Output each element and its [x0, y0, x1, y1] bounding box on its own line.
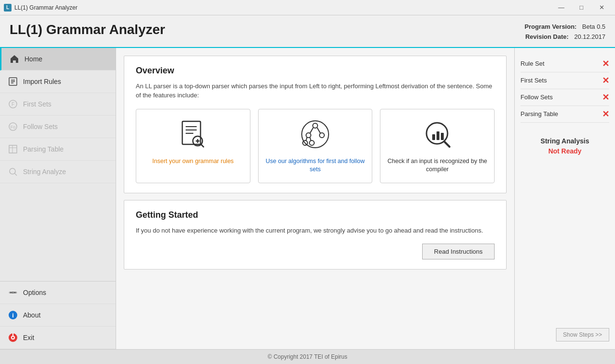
- sidebar-follow-sets-label: Follow Sets: [23, 123, 58, 130]
- status-rule-set-label: Rule Set: [520, 60, 544, 67]
- string-analysis-section: String Analysis Not Ready: [520, 137, 609, 155]
- app-title: LL(1) Grammar Analyzer: [10, 22, 165, 37]
- check-input-icon: [421, 118, 454, 152]
- string-analysis-status: Not Ready: [548, 147, 581, 155]
- status-parsing-table-label: Parsing Table: [520, 110, 558, 117]
- show-steps-button[interactable]: Show Steps >>: [556, 328, 609, 341]
- svg-point-35: [309, 141, 314, 145]
- sidebar-bottom: Options i About: [0, 281, 116, 349]
- svg-point-14: [10, 292, 12, 294]
- sidebar-parsing-table-label: Parsing Table: [23, 145, 64, 153]
- home-icon: [9, 54, 20, 64]
- read-instructions-button[interactable]: Read Instructions: [422, 244, 495, 259]
- insert-grammar-icon: [176, 118, 210, 152]
- parsing-table-icon: [8, 144, 18, 154]
- algorithms-icon: [298, 118, 332, 152]
- sidebar-about-label: About: [23, 311, 41, 319]
- svg-rect-21: [12, 333, 13, 336]
- minimize-button[interactable]: —: [552, 1, 571, 14]
- getting-started-desc: If you do not have experience working wi…: [136, 226, 495, 235]
- svg-rect-42: [437, 131, 439, 140]
- status-follow-sets-icon: ✕: [602, 92, 609, 103]
- sidebar-exit-label: Exit: [23, 334, 34, 341]
- card-check-label: Check if an input is recognized by the c…: [387, 157, 487, 174]
- card-insert-label: Insert your own grammar rules: [153, 157, 234, 166]
- options-icon: [8, 287, 18, 298]
- svg-point-20: [12, 337, 14, 339]
- version-value: Beta 0.5: [582, 23, 605, 30]
- sidebar-item-follow-sets: Fo Follow Sets: [0, 116, 116, 138]
- overview-description: An LL parser is a top-down parser which …: [136, 82, 495, 100]
- revision-label: Revision Date:: [525, 33, 568, 40]
- sidebar-item-string-analyze: String Analyze: [0, 161, 116, 183]
- version-label: Program Version:: [525, 23, 577, 30]
- sidebar-item-first-sets: F First Sets: [0, 93, 116, 116]
- status-first-sets: First Sets ✕: [520, 72, 609, 89]
- svg-point-31: [313, 123, 318, 128]
- card-algorithms[interactable]: Use our algorithms for first and follow …: [258, 109, 373, 183]
- follow-sets-icon: Fo: [8, 121, 18, 132]
- card-check-input[interactable]: Check if an input is recognized by the c…: [380, 109, 495, 183]
- svg-text:i: i: [12, 312, 14, 319]
- main-layout: Home Import Rules: [0, 48, 615, 349]
- svg-rect-43: [441, 133, 444, 140]
- title-bar: L LL(1) Grammar Analyzer — □ ✕: [0, 0, 615, 15]
- title-bar-text: LL(1) Grammar Analyzer: [14, 4, 77, 11]
- status-follow-sets: Follow Sets ✕: [520, 89, 609, 106]
- sidebar-string-analyze-label: String Analyze: [23, 168, 66, 176]
- title-bar-left: L LL(1) Grammar Analyzer: [4, 4, 77, 12]
- first-sets-icon: F: [8, 99, 18, 109]
- right-panel: Rule Set ✕ First Sets ✕ Follow Sets ✕ Pa…: [514, 48, 615, 349]
- sidebar-item-home[interactable]: Home: [0, 48, 116, 70]
- getting-started-title: Getting Started: [136, 210, 495, 220]
- maximize-button[interactable]: □: [572, 1, 591, 14]
- sidebar-item-exit[interactable]: Exit: [0, 327, 116, 349]
- svg-point-32: [306, 133, 311, 138]
- status-first-sets-icon: ✕: [602, 75, 609, 86]
- version-row: Program Version: Beta 0.5: [525, 22, 605, 32]
- exit-icon: [8, 332, 18, 343]
- sidebar-home-label: Home: [24, 55, 42, 63]
- card-algorithms-label: Use our algorithms for first and follow …: [265, 157, 366, 174]
- svg-rect-41: [432, 134, 435, 140]
- status-follow-sets-label: Follow Sets: [520, 94, 553, 101]
- svg-point-11: [10, 168, 15, 174]
- sidebar-item-about[interactable]: i About: [0, 304, 116, 327]
- overview-panel: Overview An LL parser is a top-down pars…: [124, 56, 507, 193]
- status-rule-set: Rule Set ✕: [520, 56, 609, 72]
- content-area: Overview An LL parser is a top-down pars…: [116, 48, 514, 349]
- status-parsing-table-icon: ✕: [602, 109, 609, 119]
- sidebar-item-options[interactable]: Options: [0, 282, 116, 304]
- sidebar: Home Import Rules: [0, 48, 116, 349]
- svg-line-44: [445, 142, 449, 147]
- card-insert-grammar[interactable]: Insert your own grammar rules: [136, 109, 250, 183]
- svg-point-15: [14, 292, 16, 294]
- version-info: Program Version: Beta 0.5 Revision Date:…: [525, 22, 605, 42]
- sidebar-first-sets-label: First Sets: [23, 100, 51, 108]
- app-icon: L: [4, 4, 12, 12]
- sidebar-import-label: Import Rules: [23, 78, 61, 85]
- about-icon: i: [8, 310, 18, 320]
- footer: © Copyright 2017 TEI of Epirus: [0, 349, 615, 364]
- title-bar-controls: — □ ✕: [552, 1, 611, 14]
- string-analysis-label: String Analysis: [520, 137, 609, 145]
- sidebar-options-label: Options: [23, 289, 46, 296]
- status-list: Rule Set ✕ First Sets ✕ Follow Sets ✕ Pa…: [520, 56, 609, 123]
- overview-title: Overview: [136, 66, 495, 76]
- overview-cards: Insert your own grammar rules: [136, 109, 495, 183]
- import-icon: [8, 76, 18, 87]
- sidebar-item-parsing-table: Parsing Table: [0, 138, 116, 161]
- sidebar-nav: Home Import Rules: [0, 48, 116, 281]
- revision-row: Revision Date: 20.12.2017: [525, 32, 605, 42]
- svg-point-33: [319, 133, 324, 138]
- footer-text: © Copyright 2017 TEI of Epirus: [268, 353, 347, 360]
- svg-line-38: [306, 137, 307, 141]
- app-header: LL(1) Grammar Analyzer Program Version: …: [0, 15, 615, 48]
- close-button[interactable]: ✕: [592, 1, 611, 14]
- sidebar-item-import-rules[interactable]: Import Rules: [0, 70, 116, 93]
- string-analyze-icon: [8, 166, 18, 177]
- svg-text:Fo: Fo: [11, 125, 16, 129]
- svg-line-29: [201, 144, 204, 147]
- svg-text:F: F: [12, 102, 14, 107]
- revision-value: 20.12.2017: [574, 33, 605, 40]
